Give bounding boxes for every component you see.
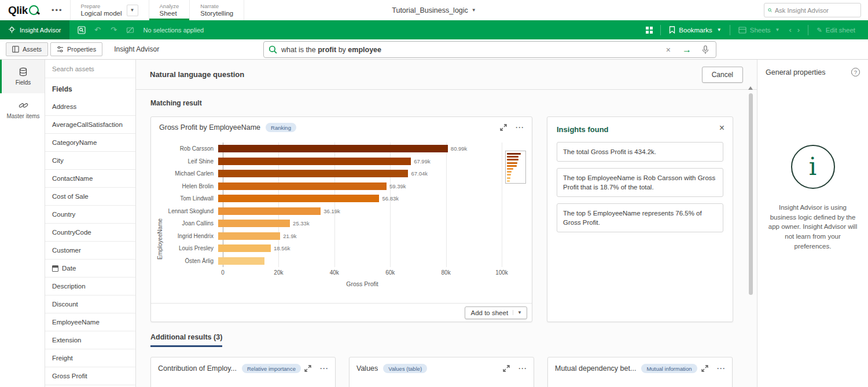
app-title-dropdown[interactable]: Tutorial_Business_logic ▼ <box>392 0 476 20</box>
category-label: Louis Presley <box>165 245 218 251</box>
more-options-icon[interactable]: ⋯ <box>319 366 328 371</box>
bar-chart: EmployeeName Rob Carsson80.99kLeif Shine… <box>151 134 532 303</box>
app-overview-grid-icon[interactable] <box>642 23 657 37</box>
assets-toggle-label: Assets <box>23 46 42 53</box>
chart-plot-area: Rob Carsson80.99kLeif Shine67.99kMichael… <box>165 143 528 267</box>
help-icon[interactable]: ? <box>851 68 860 76</box>
expand-icon[interactable] <box>701 365 708 372</box>
properties-toggle-button[interactable]: Properties <box>50 42 102 56</box>
bar-tom-lindwall[interactable] <box>218 195 379 202</box>
bar-leif-shine[interactable] <box>218 158 411 165</box>
more-options-icon[interactable]: ⋯ <box>518 366 527 371</box>
bar-helen-brolin[interactable] <box>218 182 387 190</box>
asset-field-countrycode[interactable]: CountryCode <box>45 224 135 242</box>
qlik-logo-text: Qlik <box>8 4 28 17</box>
chart-title: Gross Profit by EmployeeName <box>159 123 260 132</box>
bar-lennart-skoglund[interactable] <box>218 207 321 215</box>
asset-field-gross-profit[interactable]: Gross Profit <box>45 367 135 385</box>
bar-joan-callins[interactable] <box>218 220 290 227</box>
asset-field-customer[interactable]: Customer <box>45 242 135 260</box>
asset-field-label: Discount <box>52 301 78 308</box>
query-segment: what is the <box>281 46 318 54</box>
nlq-query-text[interactable]: what is the profit by employee <box>281 46 660 54</box>
more-options-icon[interactable]: ⋯ <box>716 366 725 371</box>
asset-field-description[interactable]: Description <box>45 278 135 295</box>
selections-toolbar: Insight Advisor ↶ ↷ No selections applie… <box>0 20 868 39</box>
more-options-icon[interactable]: ⋯ <box>515 125 524 130</box>
bar-michael-carlen[interactable] <box>218 170 408 177</box>
category-label: Joan Callins <box>165 220 218 227</box>
asset-field-city[interactable]: City <box>45 152 135 170</box>
search-icon <box>269 45 277 54</box>
asset-field-country[interactable]: Country <box>45 206 135 224</box>
qlik-logo[interactable]: Qlik <box>0 0 45 20</box>
bar-row: Ingrid Hendrix21.9k <box>165 230 528 243</box>
vertical-scrollbar[interactable] <box>749 93 753 295</box>
submit-query-icon[interactable]: → <box>676 45 697 55</box>
insight-advisor-button[interactable]: Insight Advisor <box>0 20 69 39</box>
category-label: Helen Brolin <box>165 183 218 189</box>
tab-additional-results[interactable]: Additional results (3) <box>150 333 222 347</box>
sheets-menu[interactable]: Sheets ▼ <box>734 27 785 34</box>
cancel-button[interactable]: Cancel <box>702 67 743 83</box>
clear-selections-icon[interactable] <box>123 23 138 37</box>
step-forward-icon[interactable]: ↷ <box>106 23 122 37</box>
asset-field-address[interactable]: Address <box>45 98 135 116</box>
asset-field-label: ContactName <box>52 175 93 182</box>
chart-mini-navigator[interactable] <box>505 151 526 184</box>
additional-result-card: Contribution of Employ...Relative import… <box>150 357 336 387</box>
nlq-header-title: Natural language question <box>150 70 244 79</box>
asset-field-categoryname[interactable]: CategoryName <box>45 134 135 152</box>
expand-icon[interactable] <box>503 365 510 372</box>
selections-search-icon[interactable] <box>74 23 89 37</box>
global-more-menu-icon[interactable]: ••• <box>45 0 70 20</box>
sheets-label: Sheets <box>750 27 771 34</box>
logical-model-dropdown-icon[interactable]: ▼ <box>127 5 138 16</box>
ask-insight-advisor-input[interactable] <box>775 7 857 14</box>
asset-field-cost-of-sale[interactable]: Cost of Sale <box>45 188 135 206</box>
previous-sheet-icon[interactable]: ‹ <box>789 25 792 34</box>
nav-narrate-sublabel: Storytelling <box>200 10 233 17</box>
asset-field-employeename[interactable]: EmployeeName <box>45 313 135 331</box>
bar-value-label: 21.9k <box>280 232 296 240</box>
asset-field-averagecallsatisfaction[interactable]: AverageCallSatisfaction <box>45 116 135 134</box>
rail-item-master-items[interactable]: Master items <box>0 93 45 127</box>
top-bar: Qlik ••• Prepare Logical model ▼ Analyze… <box>0 0 868 20</box>
expand-icon[interactable] <box>304 365 311 372</box>
rail-item-fields[interactable]: Fields <box>0 60 45 93</box>
nav-analyze[interactable]: Analyze Sheet <box>149 0 190 20</box>
clear-query-icon[interactable]: × <box>660 45 676 54</box>
x-tick-label: 100k <box>495 269 508 276</box>
bar-row: Joan Callins25.33k <box>165 217 528 230</box>
ask-insight-advisor-box[interactable] <box>764 3 861 17</box>
nlq-search-box[interactable]: what is the profit by employee × → <box>263 41 716 58</box>
bar-rob-carsson[interactable] <box>218 145 448 152</box>
asset-field-extension[interactable]: Extension <box>45 331 135 349</box>
expand-icon[interactable] <box>500 124 507 131</box>
bar-ingrid-hendrix[interactable] <box>218 232 280 240</box>
add-to-sheet-button[interactable]: Add to sheet ▼ <box>465 306 528 319</box>
search-assets-input[interactable] <box>45 60 135 78</box>
bar-östen-ärlig[interactable] <box>218 257 264 265</box>
scroll-up-arrow-icon[interactable] <box>748 86 753 90</box>
fields-database-icon <box>19 67 28 76</box>
asset-field-label: Customer <box>52 247 81 254</box>
nav-narrate[interactable]: Narrate Storytelling <box>189 0 244 20</box>
general-properties-panel: General properties ? i Insight Advisor i… <box>757 60 868 387</box>
edit-sheet-button[interactable]: ✎ Edit sheet <box>812 26 860 34</box>
toolbar-right: Bookmarks ▼ Sheets ▼ ‹ › ✎ Edit sheet <box>642 23 868 37</box>
category-label: Michael Carlen <box>165 170 218 177</box>
asset-field-contactname[interactable]: ContactName <box>45 170 135 188</box>
nav-prepare[interactable]: Prepare Logical model ▼ <box>70 0 149 20</box>
microphone-icon[interactable] <box>697 45 711 54</box>
asset-field-freight[interactable]: Freight <box>45 349 135 367</box>
step-back-icon[interactable]: ↶ <box>90 23 105 37</box>
asset-field-discount[interactable]: Discount <box>45 295 135 313</box>
bar-louis-presley[interactable] <box>218 244 271 252</box>
assets-toggle-button[interactable]: Assets <box>6 42 48 56</box>
next-sheet-icon[interactable]: › <box>797 25 800 34</box>
asset-field-date[interactable]: Date <box>45 260 135 278</box>
asset-field-label: AverageCallSatisfaction <box>52 121 123 128</box>
bookmarks-menu[interactable]: Bookmarks ▼ <box>664 26 726 34</box>
close-icon[interactable]: × <box>719 124 724 132</box>
